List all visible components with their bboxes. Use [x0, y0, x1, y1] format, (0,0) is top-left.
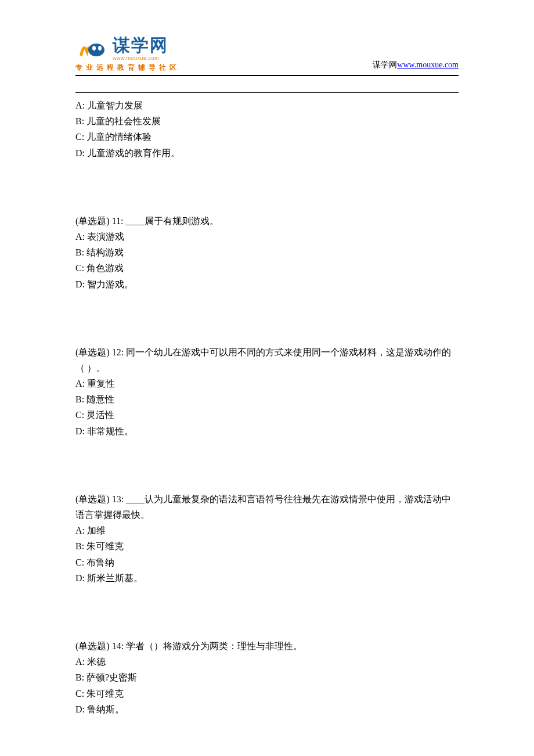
- option-c: C: 灵活性: [75, 407, 459, 423]
- option-a: A: 米德: [75, 654, 459, 669]
- option-c: C: 朱可维克: [75, 686, 459, 701]
- logo-text: 谋学网 www.mouxue.com: [113, 37, 168, 61]
- question-prompt: (单选题) 11: ____属于有规则游戏。: [75, 213, 459, 229]
- question-prompt: (单选题) 13: ____认为儿童最复杂的语法和言语符号往往最先在游戏情景中使…: [75, 491, 459, 523]
- content-top-line: [75, 92, 459, 93]
- svg-point-2: [98, 46, 102, 51]
- option-b: B: 结构游戏: [75, 244, 459, 260]
- option-b: B: 儿童的社会性发展: [75, 113, 459, 129]
- question-gap: [75, 292, 459, 344]
- question-prompt: (单选题) 12: 同一个幼儿在游戏中可以用不同的方式来使用同一个游戏材料，这是…: [75, 344, 459, 376]
- question-11: (单选题) 11: ____属于有规则游戏。 A: 表演游戏 B: 结构游戏 C…: [75, 213, 459, 292]
- content-area: A: 儿童智力发展 B: 儿童的社会性发展 C: 儿童的情绪体验 D: 儿童游戏…: [0, 76, 534, 717]
- option-b: B: 萨顿?史密斯: [75, 669, 459, 685]
- option-d: D: 斯米兰斯基。: [75, 570, 459, 586]
- svg-point-1: [92, 46, 96, 51]
- site-url-link[interactable]: www.mouxue.com: [397, 60, 459, 69]
- option-a: A: 表演游戏: [75, 229, 459, 244]
- option-d: D: 儿童游戏的教育作用。: [75, 145, 459, 161]
- question-14: (单选题) 14: 学者（）将游戏分为两类：理性与非理性。 A: 米德 B: 萨…: [75, 638, 459, 717]
- option-c: C: 布鲁纳: [75, 555, 459, 570]
- question-12: (单选题) 12: 同一个幼儿在游戏中可以用不同的方式来使用同一个游戏材料，这是…: [75, 344, 459, 439]
- page-header: 谋学网 www.mouxue.com 专业远程教育辅导社区 谋学网www.mou…: [0, 0, 534, 73]
- logo-row: 谋学网 www.mouxue.com: [75, 37, 168, 61]
- prev-question-options: A: 儿童智力发展 B: 儿童的社会性发展 C: 儿童的情绪体验 D: 儿童游戏…: [75, 98, 459, 161]
- option-a: A: 重复性: [75, 376, 459, 391]
- option-d: D: 鲁纳斯。: [75, 701, 459, 717]
- question-gap: [75, 586, 459, 638]
- question-gap: [75, 439, 459, 491]
- option-b: B: 随意性: [75, 391, 459, 407]
- option-d: D: 非常规性。: [75, 423, 459, 439]
- option-b: B: 朱可维克: [75, 538, 459, 554]
- logo-tagline: 专业远程教育辅导社区: [75, 63, 180, 73]
- option-d: D: 智力游戏。: [75, 276, 459, 292]
- site-label: 谋学网: [373, 60, 397, 69]
- option-c: C: 角色游戏: [75, 260, 459, 276]
- logo-main-text: 谋学网: [113, 37, 168, 54]
- option-a: A: 加维: [75, 523, 459, 538]
- option-c: C: 儿童的情绪体验: [75, 129, 459, 145]
- svg-point-0: [88, 44, 104, 56]
- question-gap: [75, 161, 459, 213]
- header-site-link: 谋学网www.mouxue.com: [373, 60, 459, 73]
- logo-icon: [75, 37, 108, 60]
- question-13: (单选题) 13: ____认为儿童最复杂的语法和言语符号往往最先在游戏情景中使…: [75, 491, 459, 586]
- option-a: A: 儿童智力发展: [75, 98, 459, 113]
- logo-block: 谋学网 www.mouxue.com 专业远程教育辅导社区: [75, 37, 180, 73]
- question-prompt: (单选题) 14: 学者（）将游戏分为两类：理性与非理性。: [75, 638, 459, 654]
- logo-domain-text: www.mouxue.com: [113, 55, 168, 61]
